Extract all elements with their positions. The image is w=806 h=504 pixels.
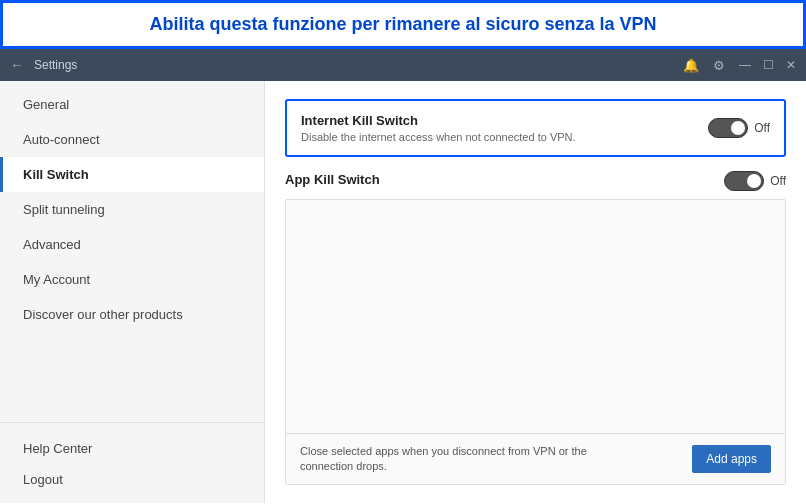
sidebar-item-advanced[interactable]: Advanced	[0, 227, 264, 262]
titlebar: ← Settings 🔔 ⚙ — ☐ ✕	[0, 49, 806, 81]
app-toggle-thumb	[747, 174, 761, 188]
titlebar-icons: 🔔 ⚙	[683, 58, 725, 73]
app-list-footer: Close selected apps when you disconnect …	[286, 433, 785, 485]
minimize-button[interactable]: —	[739, 58, 751, 72]
app-kill-switch-toggle-label: Off	[770, 174, 786, 188]
app-list-footer-text: Close selected apps when you disconnect …	[300, 444, 600, 475]
app-list-box	[286, 200, 785, 432]
main-content: Internet Kill Switch Disable the interne…	[265, 81, 806, 503]
bell-icon[interactable]: 🔔	[683, 58, 699, 73]
sidebar-nav: General Auto-connect Kill Switch Split t…	[0, 87, 264, 422]
sidebar-item-general[interactable]: General	[0, 87, 264, 122]
sidebar-item-killswitch[interactable]: Kill Switch	[0, 157, 264, 192]
app-kill-switch-toggle-container: Off	[724, 171, 786, 191]
sidebar-item-helpcenter[interactable]: Help Center	[0, 433, 264, 464]
titlebar-title: Settings	[34, 58, 683, 72]
window-controls: — ☐ ✕	[739, 58, 796, 72]
sidebar-bottom: Help Center Logout	[0, 422, 264, 503]
sidebar-item-autoconnect[interactable]: Auto-connect	[0, 122, 264, 157]
internet-kill-switch-title: Internet Kill Switch	[301, 113, 576, 128]
add-apps-button[interactable]: Add apps	[692, 445, 771, 473]
app-kill-switch-section: App Kill Switch Off Close selected apps …	[285, 171, 786, 485]
app-kill-switch-title: App Kill Switch	[285, 172, 380, 187]
sidebar-item-splittunneling[interactable]: Split tunneling	[0, 192, 264, 227]
sidebar-item-myaccount[interactable]: My Account	[0, 262, 264, 297]
maximize-button[interactable]: ☐	[763, 58, 774, 72]
internet-kill-switch-card: Internet Kill Switch Disable the interne…	[285, 99, 786, 157]
app-kill-switch-toggle[interactable]	[724, 171, 764, 191]
internet-kill-switch-toggle-label: Off	[754, 121, 770, 135]
sidebar-item-other-products[interactable]: Discover our other products	[0, 297, 264, 332]
sidebar-item-logout[interactable]: Logout	[0, 464, 264, 495]
toggle-thumb	[731, 121, 745, 135]
promo-banner: Abilita questa funzione per rimanere al …	[0, 0, 806, 49]
app-body: General Auto-connect Kill Switch Split t…	[0, 81, 806, 503]
app-kill-switch-header: App Kill Switch Off	[285, 171, 786, 191]
internet-kill-switch-desc: Disable the internet access when not con…	[301, 131, 576, 143]
internet-kill-switch-info: Internet Kill Switch Disable the interne…	[301, 113, 576, 143]
internet-kill-switch-toggle[interactable]	[708, 118, 748, 138]
app-list-container: Close selected apps when you disconnect …	[285, 199, 786, 485]
sidebar: General Auto-connect Kill Switch Split t…	[0, 81, 265, 503]
internet-kill-switch-toggle-container: Off	[708, 118, 770, 138]
close-button[interactable]: ✕	[786, 58, 796, 72]
gear-icon[interactable]: ⚙	[713, 58, 725, 73]
back-button[interactable]: ←	[10, 57, 24, 73]
